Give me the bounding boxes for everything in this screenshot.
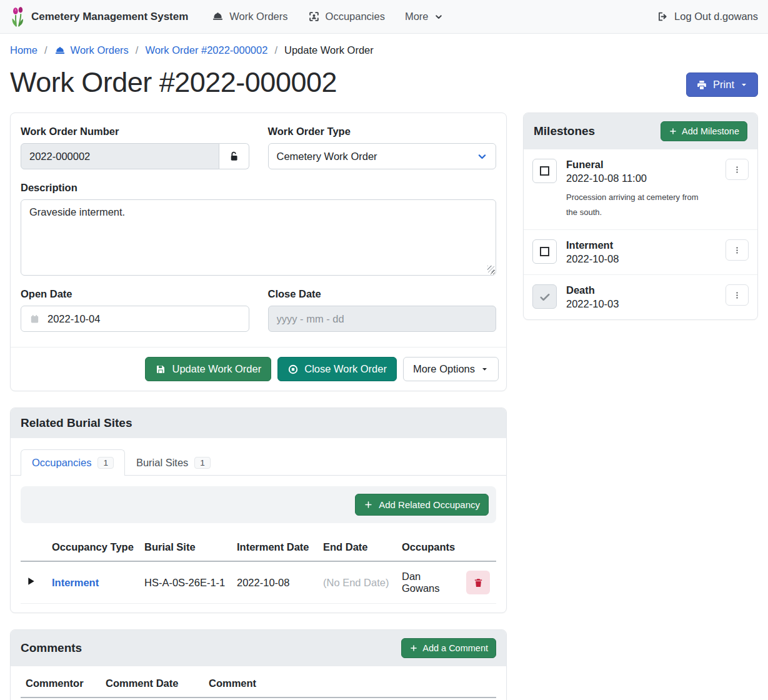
close-label: Close Work Order	[304, 363, 387, 375]
expand-row-button[interactable]	[26, 576, 36, 586]
comment-table-row: d.gowans 2022-10-07 10:08 Family schedul…	[21, 698, 496, 700]
nav-item-occupancies[interactable]: Occupancies	[301, 6, 392, 28]
kebab-icon	[732, 165, 742, 174]
checkbox-square-icon	[540, 247, 549, 256]
occupancies-toolbar: Add Related Occupancy	[21, 486, 496, 523]
milestone-item-funeral: Funeral 2022-10-08 11:00 Procession arri…	[524, 149, 757, 230]
breadcrumb-home[interactable]: Home	[10, 44, 37, 56]
unlock-icon	[228, 151, 240, 162]
comments-card-header: Comments Add a Comment	[11, 630, 506, 666]
breadcrumb-separator: /	[274, 44, 277, 56]
calendar-icon	[29, 314, 40, 324]
unlock-number-button[interactable]	[219, 143, 249, 169]
occupant-frame-icon	[308, 11, 320, 22]
page-header: Work Order #2022-000002 Print	[0, 62, 768, 112]
occupancy-type-link[interactable]: Interment	[52, 577, 99, 588]
play-icon	[26, 576, 36, 586]
close-work-order-button[interactable]: Close Work Order	[277, 357, 397, 381]
open-date-input[interactable]	[21, 306, 249, 332]
add-comment-button[interactable]: Add a Comment	[401, 638, 496, 658]
add-comment-label: Add a Comment	[422, 643, 488, 653]
update-work-order-button[interactable]: Update Work Order	[145, 357, 271, 381]
right-column: Milestones Add Milestone Funeral 2022-10…	[523, 112, 758, 336]
breadcrumb-current: Update Work Order	[284, 44, 374, 56]
comments-card: Comments Add a Comment Commentor Comment…	[10, 629, 507, 700]
milestone-checkbox[interactable]	[532, 239, 557, 264]
open-date-value[interactable]	[47, 313, 241, 325]
add-related-occupancy-label: Add Related Occupancy	[379, 499, 480, 510]
nav-item-label: Occupancies	[326, 11, 385, 22]
plus-icon	[409, 644, 418, 652]
work-order-type-select[interactable]: Cemetery Work Order	[268, 143, 497, 169]
main-content: Work Order Number	[0, 112, 768, 700]
chevron-down-icon	[477, 151, 487, 162]
nav-item-work-orders[interactable]: Work Orders	[204, 6, 295, 28]
left-column: Work Order Number	[10, 112, 507, 700]
tab-label: Occupancies	[32, 457, 91, 469]
print-label: Print	[713, 79, 734, 91]
printer-icon	[696, 79, 707, 91]
kebab-icon	[732, 291, 742, 300]
delete-occupancy-button[interactable]	[466, 571, 490, 594]
milestone-menu-button[interactable]	[726, 284, 749, 306]
print-button[interactable]: Print	[686, 72, 758, 97]
commentor-cell: d.gowans	[21, 698, 101, 700]
description-textarea[interactable]: Graveside interment.	[21, 199, 496, 276]
app-title: Cemetery Management System	[31, 11, 188, 23]
form-actions: Update Work Order Close Work Order More …	[11, 347, 506, 391]
logout-button[interactable]: Log Out d.gowans	[657, 11, 758, 22]
comments-card-title: Comments	[21, 641, 82, 655]
milestone-date: 2022-10-08 11:00	[566, 172, 716, 184]
add-milestone-label: Add Milestone	[682, 126, 739, 136]
more-options-label: More Options	[413, 363, 475, 375]
related-card-header: Related Burial Sites	[11, 408, 506, 438]
close-date-input	[268, 306, 497, 332]
logout-label: Log Out d.gowans	[674, 11, 758, 22]
nav-item-more[interactable]: More	[397, 6, 451, 28]
tab-occupancies[interactable]: Occupancies 1	[21, 449, 125, 476]
work-order-number-input	[21, 143, 219, 169]
milestone-title: Funeral	[566, 159, 716, 171]
column-header: Comment Date	[101, 670, 204, 698]
close-date-label: Close Date	[268, 288, 497, 300]
add-milestone-button[interactable]: Add Milestone	[661, 121, 747, 141]
caret-down-icon	[481, 365, 489, 373]
milestone-checkbox[interactable]	[532, 159, 557, 183]
expander-column-header	[21, 534, 47, 561]
update-label: Update Work Order	[172, 363, 261, 375]
add-related-occupancy-button[interactable]: Add Related Occupancy	[355, 494, 489, 516]
top-navbar: Cemetery Management System Work Orders	[0, 0, 768, 34]
nav-item-label: More	[405, 11, 429, 22]
kebab-icon	[732, 246, 742, 255]
milestone-title: Death	[566, 284, 716, 296]
end-date-cell: (No End Date)	[318, 561, 397, 604]
occupancies-table: Occupancy Type Burial Site Interment Dat…	[21, 534, 496, 604]
work-order-type-label: Work Order Type	[268, 126, 497, 138]
milestone-checkbox-checked[interactable]	[532, 284, 557, 309]
work-order-type-value: Cemetery Work Order	[277, 151, 377, 162]
interment-date-cell: 2022-10-08	[232, 561, 318, 604]
breadcrumb-separator: /	[44, 44, 47, 56]
tab-label: Burial Sites	[136, 457, 188, 469]
breadcrumb-work-orders[interactable]: Work Orders	[54, 44, 129, 56]
more-options-button[interactable]: More Options	[403, 357, 499, 381]
app-brand[interactable]: Cemetery Management System	[10, 6, 188, 28]
milestone-description: Procession arriving at cemetery from the…	[566, 190, 711, 220]
breadcrumb-label: Work Orders	[71, 44, 129, 56]
column-header: Occupants	[397, 534, 461, 561]
work-order-form-body: Work Order Number	[11, 113, 506, 347]
close-date-value	[277, 313, 488, 325]
checkbox-square-icon	[540, 166, 549, 176]
milestone-menu-button[interactable]	[726, 159, 749, 180]
milestone-menu-button[interactable]	[726, 239, 749, 261]
tab-burial-sites[interactable]: Burial Sites 1	[125, 449, 222, 476]
milestones-header: Milestones Add Milestone	[524, 113, 757, 149]
burial-site-cell: HS-A-0S-26E-1-1	[139, 561, 232, 604]
open-date-label: Open Date	[21, 288, 249, 300]
breadcrumb-work-order-number[interactable]: Work Order #2022-000002	[145, 44, 267, 56]
milestone-date: 2022-10-03	[566, 298, 716, 310]
nav-item-label: Work Orders	[229, 11, 287, 22]
tab-burial-sites-count-badge: 1	[194, 457, 211, 469]
column-header: Occupancy Type	[47, 534, 139, 561]
occupants-cell: Dan Gowans	[397, 561, 461, 604]
